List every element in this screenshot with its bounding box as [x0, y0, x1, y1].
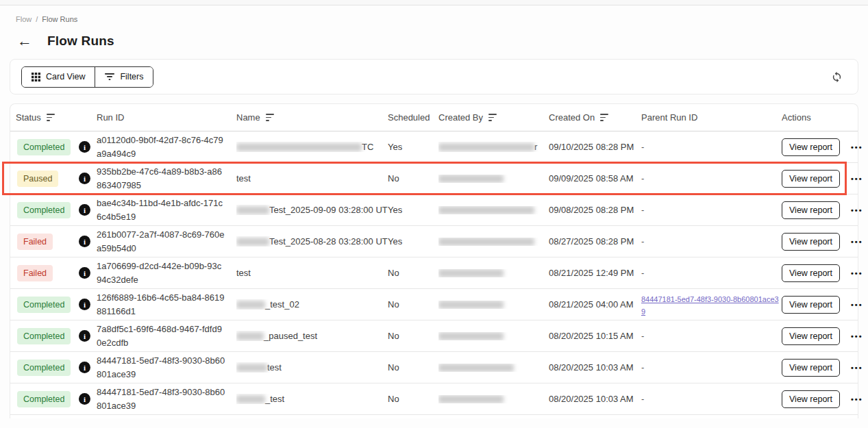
- sort-icon[interactable]: [266, 114, 274, 121]
- flow-name: Test_2025-09-09 03:28:00 UTC: [236, 205, 388, 215]
- flow-name-text: test: [236, 173, 251, 184]
- info-icon[interactable]: i: [79, 236, 90, 247]
- card-view-label: Card View: [46, 72, 85, 81]
- column-header-label: Created On: [549, 112, 595, 123]
- run-id: a01120d0-9b0f-42d7-8c76-4c79a9a494c9: [97, 134, 236, 160]
- view-report-button[interactable]: View report: [782, 390, 840, 408]
- table-row: Completedi84447181-5ed7-48f3-9030-8b6080…: [10, 383, 858, 415]
- more-actions-icon[interactable]: •••: [850, 362, 865, 373]
- status-badge: Paused: [17, 171, 58, 187]
- created-by: [438, 301, 549, 309]
- more-actions-icon[interactable]: •••: [850, 394, 865, 405]
- run-id: 7a8df5c1-69f6-468d-9467-fdfd90e2cdfb: [97, 323, 236, 349]
- refresh-button[interactable]: [828, 68, 845, 86]
- run-id: 84447181-5ed7-48f3-9030-8b60801ace39: [97, 386, 236, 412]
- redacted-name-segment: [236, 395, 265, 403]
- view-report-button[interactable]: View report: [782, 138, 840, 156]
- more-actions-icon[interactable]: •••: [850, 268, 865, 279]
- more-actions-icon[interactable]: •••: [850, 205, 865, 216]
- view-report-button[interactable]: View report: [782, 170, 840, 188]
- flow-name: TC: [236, 142, 388, 152]
- view-report-button[interactable]: View report: [782, 296, 840, 314]
- view-report-button[interactable]: View report: [782, 233, 840, 251]
- actions-cell: View report•••: [782, 264, 865, 282]
- view-report-button[interactable]: View report: [782, 264, 840, 282]
- info-icon[interactable]: i: [79, 173, 90, 184]
- flow-name: Test_2025-08-28 03:28:00 UTC: [236, 236, 388, 247]
- status-badge: Completed: [17, 139, 71, 155]
- run-id: 84447181-5ed7-48f3-9030-8b60801ace39: [97, 354, 236, 381]
- top-strip: [0, 0, 868, 5]
- more-actions-icon[interactable]: •••: [850, 331, 865, 342]
- info-icon[interactable]: i: [79, 393, 90, 405]
- table-row: Completedia01120d0-9b0f-42d7-8c76-4c79a9…: [10, 131, 858, 163]
- created-on: 09/08/2025 08:28 PM: [549, 205, 641, 215]
- view-report-button[interactable]: View report: [782, 359, 840, 377]
- column-header-label: Scheduled: [388, 112, 430, 123]
- flow-name-text: _paused_test: [264, 331, 317, 341]
- actions-cell: View report•••: [782, 170, 865, 188]
- column-header-created-by[interactable]: Created By: [438, 112, 549, 123]
- more-actions-icon[interactable]: •••: [850, 173, 865, 184]
- parent-run-id-empty: -: [641, 173, 782, 184]
- redacted-name-segment: [236, 301, 265, 309]
- column-header-label: Status: [16, 112, 41, 123]
- more-actions-icon[interactable]: •••: [850, 299, 865, 310]
- more-actions-icon[interactable]: •••: [850, 236, 865, 247]
- sort-icon[interactable]: [600, 114, 608, 121]
- info-icon[interactable]: i: [79, 141, 90, 153]
- info-icon[interactable]: i: [79, 330, 90, 342]
- sort-icon[interactable]: [47, 114, 55, 121]
- more-actions-icon[interactable]: •••: [850, 142, 865, 153]
- created-by: [438, 238, 549, 246]
- sort-icon[interactable]: [488, 114, 497, 121]
- redacted-name-segment: [236, 364, 267, 372]
- created-by: [438, 395, 549, 403]
- redacted-creator-segment: [438, 175, 504, 183]
- status-badge: Failed: [17, 234, 53, 250]
- parent-run-id-empty: -: [641, 236, 782, 247]
- back-arrow-icon[interactable]: ←: [17, 34, 32, 49]
- filters-button[interactable]: Filters: [95, 67, 153, 87]
- view-report-button[interactable]: View report: [782, 201, 840, 219]
- actions-cell: View report•••: [782, 390, 865, 408]
- created-on: 09/09/2025 08:58 AM: [549, 173, 641, 184]
- flow-name: test: [236, 362, 388, 373]
- column-header-created-on[interactable]: Created On: [549, 112, 641, 123]
- created-by: [438, 175, 549, 183]
- redacted-name-segment: [236, 332, 264, 340]
- flow-name: _test_02: [236, 299, 388, 310]
- table-row: Failedi1a706699-d2cd-442e-b09b-93c94c32d…: [10, 257, 858, 289]
- redacted-creator-segment: [438, 238, 534, 246]
- status-badge: Completed: [17, 328, 71, 344]
- redacted-creator-segment: [438, 269, 504, 277]
- grid-icon: [32, 73, 40, 81]
- breadcrumb-flow-runs[interactable]: Flow Runs: [42, 15, 77, 23]
- redacted-creator-segment: [438, 143, 534, 151]
- info-icon[interactable]: i: [79, 299, 90, 310]
- actions-cell: View report•••: [782, 138, 865, 156]
- column-header-name[interactable]: Name: [236, 112, 388, 123]
- info-icon[interactable]: i: [79, 204, 90, 216]
- breadcrumb-flow[interactable]: Flow: [16, 15, 32, 23]
- column-header-actions: Actions: [782, 112, 858, 123]
- info-icon[interactable]: i: [79, 267, 90, 279]
- created-on: 08/20/2025 10:03 AM: [549, 394, 641, 404]
- created-on: 08/21/2025 04:00 AM: [549, 299, 641, 310]
- scheduled-value: No: [388, 173, 438, 184]
- filters-label: Filters: [120, 72, 143, 81]
- redacted-name-segment: [236, 206, 269, 214]
- redacted-creator-segment: [438, 364, 514, 372]
- parent-run-id-link[interactable]: 84447181-5ed7-48f3-9030-8b60801ace39: [641, 295, 779, 316]
- card-view-button[interactable]: Card View: [22, 67, 95, 87]
- status-badge: Completed: [17, 202, 71, 218]
- view-report-button[interactable]: View report: [782, 327, 840, 345]
- column-header-label: Actions: [782, 112, 811, 123]
- run-id: 935bb2be-47c6-4a89-b8b3-a86863407985: [97, 165, 236, 192]
- status-badge: Completed: [17, 391, 71, 407]
- flow-runs-table: StatusRun IDNameScheduledCreated ByCreat…: [10, 103, 858, 418]
- column-header-status[interactable]: Status: [16, 112, 79, 123]
- info-icon[interactable]: i: [79, 362, 90, 373]
- breadcrumb: Flow / Flow Runs: [0, 5, 868, 23]
- scheduled-value: Yes: [388, 142, 438, 152]
